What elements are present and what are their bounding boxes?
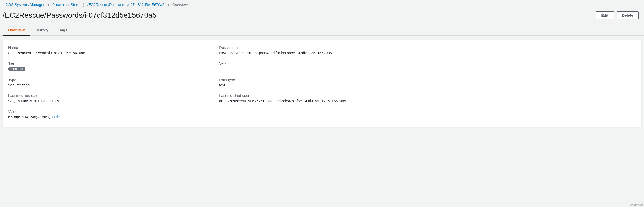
field-description: Description New local Administrator pass… [219,45,425,55]
breadcrumb-link-parameter[interactable]: /EC2Rescue/Passwords/i-07df312d5e15670a5 [87,3,164,7]
field-name: Name /EC2Rescue/Passwords/i-07df312d5e15… [8,45,214,55]
field-name-label: Name [8,45,214,50]
value-hide-link[interactable]: Hide [52,115,60,119]
field-tier-label: Tier [8,61,214,66]
field-version-label: Version [219,61,425,66]
field-tier: Tier Standard [8,61,214,71]
field-name-value: /EC2Rescue/Passwords/i-07df312d5e15670a5 [8,51,214,55]
field-type-label: Type [8,78,214,82]
tier-badge: Standard [8,67,25,71]
chevron-right-icon: ❯ [47,3,50,7]
field-data-type-label: Data type [219,78,425,82]
breadcrumb: AWS Systems Manager ❯ Parameter Store ❯ … [0,0,644,10]
field-data-type-value: text [219,83,425,87]
field-last-modified-date: Last modified date Sat, 16 May 2020 01:4… [8,94,214,103]
field-description-label: Description [219,45,425,50]
delete-button[interactable]: Delete [617,11,639,19]
field-version-value: 1 [219,67,425,71]
field-last-modified-date-label: Last modified date [8,94,214,98]
tab-overview[interactable]: Overview [3,25,30,35]
breadcrumb-link-parameter-store[interactable]: Parameter Store [52,3,80,7]
page-actions: Edit Delete [596,11,639,19]
chevron-right-icon: ❯ [82,3,85,7]
field-last-modified-user-value: arn:aws:sts::690190675251:assumed-role/R… [219,99,425,103]
chevron-right-icon: ❯ [167,3,170,7]
field-value: Value K5-8I(KPHXGym;AnVrKQ Hide [8,109,214,119]
field-description-value: New local Administrator password for ins… [219,51,425,55]
tabs: Overview History Tags [0,25,644,36]
page-title: /EC2Rescue/Passwords/i-07df312d5e15670a5 [3,11,156,20]
field-type-value: SecureString [8,83,214,87]
field-last-modified-user: Last modified user arn:aws:sts::69019067… [219,94,425,103]
breadcrumb-link-systems-manager[interactable]: AWS Systems Manager [5,3,44,7]
field-value-label: Value [8,109,214,114]
field-version: Version 1 [219,61,425,71]
field-last-modified-user-label: Last modified user [219,94,425,98]
tab-tags[interactable]: Tags [54,25,73,35]
field-type: Type SecureString [8,78,214,87]
tab-history[interactable]: History [30,25,54,35]
page-header: /EC2Rescue/Passwords/i-07df312d5e15670a5… [0,10,644,25]
edit-button[interactable]: Edit [596,11,614,19]
field-data-type: Data type text [219,78,425,87]
field-last-modified-date-value: Sat, 16 May 2020 01:43:30 GMT [8,99,214,103]
field-value-text: K5-8I(KPHXGym;AnVrKQ [8,115,51,119]
overview-panel: Name /EC2Rescue/Passwords/i-07df312d5e15… [3,40,641,127]
breadcrumb-current: Overview [172,3,188,7]
